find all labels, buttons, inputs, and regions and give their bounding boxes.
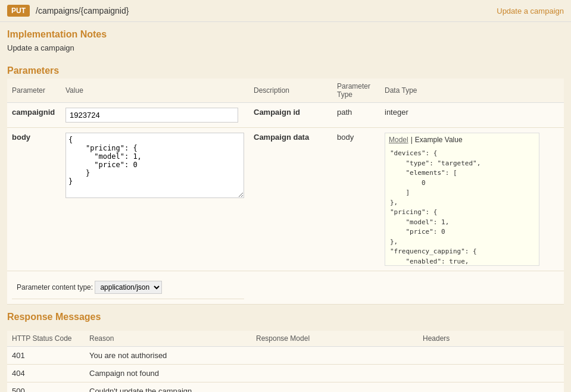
- headers-401: [418, 347, 564, 365]
- table-row: 401 You are not authorised: [7, 347, 564, 365]
- col-header-reason: Reason: [85, 331, 251, 347]
- header-left: PUT /campaigns/{campaignid}: [7, 5, 129, 17]
- example-value-header: Model | Example Value: [385, 133, 539, 146]
- content-type-label: Parameter content type:: [17, 283, 93, 291]
- status-code-500: 500: [7, 382, 85, 393]
- implementation-notes-section: Implementation Notes Update a campaign: [0, 22, 571, 58]
- col-header-headers: Headers: [418, 331, 564, 347]
- header-bar: PUT /campaigns/{campaignid} Update a cam…: [0, 0, 571, 22]
- example-value-content[interactable]: "devices": { "type": "targeted", "elemen…: [385, 146, 539, 265]
- endpoint-path: /campaigns/{campaignid}: [36, 6, 129, 15]
- headers-404: [418, 365, 564, 382]
- col-header-data-type: Data Type: [380, 79, 564, 103]
- table-row: 500 Couldn't update the campaign.: [7, 382, 564, 393]
- col-header-value: Value: [61, 79, 249, 103]
- parameters-table: Parameter Value Description Parameter Ty…: [7, 79, 564, 305]
- col-header-status-code: HTTP Status Code: [7, 331, 85, 347]
- status-code-401: 401: [7, 347, 85, 365]
- response-model-500: [251, 382, 418, 393]
- param-type-campaignid: path: [337, 108, 352, 117]
- separator: |: [411, 136, 413, 144]
- col-header-param-type: Parameter Type: [332, 79, 380, 103]
- response-model-404: [251, 365, 418, 382]
- page-wrapper: PUT /campaigns/{campaignid} Update a cam…: [0, 0, 571, 392]
- param-name-campaignid: campaignid: [12, 108, 55, 117]
- method-badge: PUT: [7, 5, 30, 17]
- example-value-label[interactable]: Example Value: [415, 136, 463, 144]
- parameters-table-wrapper: Parameter Value Description Parameter Ty…: [0, 79, 571, 305]
- col-header-response-model: Response Model: [251, 331, 418, 347]
- example-value-container: Model | Example Value "devices": { "type…: [385, 133, 559, 266]
- response-messages-title: Response Messages: [0, 305, 571, 325]
- table-header-row: Parameter Value Description Parameter Ty…: [7, 79, 564, 103]
- parameters-title: Parameters: [0, 58, 571, 79]
- response-table: HTTP Status Code Reason Response Model H…: [7, 331, 564, 392]
- content-type-row: Parameter content type: application/json: [7, 271, 564, 305]
- param-name-body: body: [12, 133, 30, 142]
- header-title: Update a campaign: [497, 7, 564, 15]
- reason-401: You are not authorised: [85, 347, 251, 365]
- body-textarea[interactable]: { "pricing": { "model": 1, "price": 0 } …: [65, 133, 244, 198]
- implementation-notes-title: Implementation Notes: [0, 22, 571, 42]
- response-model-401: [251, 347, 418, 365]
- content-type-container: Parameter content type: application/json: [12, 276, 244, 299]
- param-desc-body: Campaign data: [254, 133, 309, 142]
- response-messages-section: Response Messages HTTP Status Code Reaso…: [0, 305, 571, 392]
- content-type-select[interactable]: application/json: [95, 281, 162, 294]
- response-table-wrapper: HTTP Status Code Reason Response Model H…: [0, 331, 571, 392]
- param-datatype-campaignid: integer: [385, 108, 408, 117]
- param-desc-campaignid: Campaign id: [254, 108, 300, 117]
- example-value-panel: Model | Example Value "devices": { "type…: [385, 133, 539, 266]
- param-type-body: body: [337, 133, 354, 142]
- implementation-notes-description: Update a campaign: [0, 42, 571, 58]
- reason-404: Campaign not found: [85, 365, 251, 382]
- campaignid-input[interactable]: [65, 108, 238, 123]
- table-row: campaignid Campaign id path integer: [7, 103, 564, 128]
- table-row: 404 Campaign not found: [7, 365, 564, 382]
- body-cell-content: { "pricing": { "model": 1, "price": 0 } …: [65, 133, 244, 198]
- reason-500: Couldn't update the campaign.: [85, 382, 251, 393]
- table-row: body { "pricing": { "model": 1, "price":…: [7, 128, 564, 271]
- headers-500: [418, 382, 564, 393]
- model-link[interactable]: Model: [389, 136, 408, 144]
- col-header-description: Description: [249, 79, 332, 103]
- parameters-section: Parameters Parameter Value Description P…: [0, 58, 571, 305]
- response-header-row: HTTP Status Code Reason Response Model H…: [7, 331, 564, 347]
- status-code-404: 404: [7, 365, 85, 382]
- col-header-parameter: Parameter: [7, 79, 61, 103]
